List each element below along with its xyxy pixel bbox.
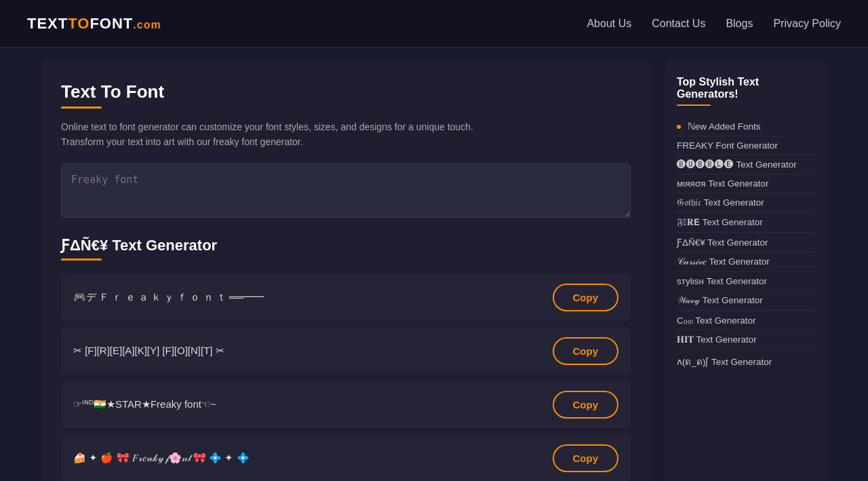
result-text-3: ☞ᴵᴺᴰ🇮🇳★STAR★Freaky font☜~ xyxy=(73,398,542,410)
text-input[interactable] xyxy=(61,163,631,218)
sidebar-label-10: C₀₀ₗ Text Generator xyxy=(677,315,756,326)
result-row-2: ✂ [F][R][E][A][K][Y] [F][O][N][T] ✂ Copy xyxy=(61,328,631,374)
logo-font: FONT xyxy=(90,15,133,32)
logo-to: TO xyxy=(68,15,90,32)
navbar: TEXTTOFONT.com About Us Contact Us Blogs… xyxy=(0,0,868,47)
nav-links: About Us Contact Us Blogs Privacy Policy xyxy=(587,18,841,30)
page-title: Text To Font xyxy=(61,81,631,102)
copy-button-1[interactable]: Copy xyxy=(553,284,619,311)
nav-item-contact[interactable]: Contact Us xyxy=(652,18,705,30)
result-text-2: ✂ [F][R][E][A][K][Y] [F][O][N][T] ✂ xyxy=(73,345,542,357)
sidebar-item-gothic-text[interactable]: 𝔊𝔬𝔱𝔥𝔦𝔠 Text Generator xyxy=(677,193,815,213)
sidebar-label-12: ʌ(ด_ด)ʃ Text Generator xyxy=(677,357,772,367)
logo-text: TEXT xyxy=(27,15,68,32)
copy-button-4[interactable]: Copy xyxy=(553,444,619,472)
sidebar-label-4: 𝔊𝔬𝔱𝔥𝔦𝔠 Text Generator xyxy=(677,197,764,208)
sidebar-label-9: 𝒲𝒶𝓋𝓎 Text Generator xyxy=(677,295,763,305)
dot-icon-1 xyxy=(677,125,681,129)
site-logo: TEXTTOFONT.com xyxy=(27,15,161,33)
sidebar-label-5: 𝔉𝕀𝐑𝗘 Text Generator xyxy=(677,217,763,227)
sidebar-label-7: 𝒞𝓊𝓇𝓈𝒾𝓋𝑒 Text Generator xyxy=(677,256,770,267)
result-row-4: 🍰 ✦ 🍎 🎀 𝐹𝓇𝑒𝒶𝓀𝓎 𝒻🌸𝓃𝓉 🎀 💠 ✦ 💠 Copy xyxy=(61,435,631,481)
sidebar-label-8: ѕтуlιѕн Text Generator xyxy=(677,276,767,286)
title-underline xyxy=(61,107,102,109)
section-title: ƑΔÑ€¥ Text Generator xyxy=(61,237,631,254)
sidebar-item-new-added-fonts[interactable]: ℕew Added Fonts xyxy=(677,117,815,136)
nav-item-blogs[interactable]: Blogs xyxy=(726,18,753,30)
sidebar-item-wavy-text[interactable]: 𝒲𝒶𝓋𝓎 Text Generator xyxy=(677,291,815,311)
result-row-1: 🎮デ Ｆ ｒ ｅ ａ ｋ ｙ ｆ ｏ ｎ ｔ ══━━ Copy xyxy=(61,274,631,321)
sidebar-item-cool-text[interactable]: C₀₀ₗ Text Generator xyxy=(677,311,815,330)
sidebar-label-3: мιяяσя Text Generator xyxy=(677,178,769,189)
sidebar-label-1: FREAKY Font Generator xyxy=(677,140,778,151)
sidebar-item-mirror-text[interactable]: мιяяσя Text Generator xyxy=(677,174,815,193)
sidebar-label-6: ƑΔÑ€¥ Text Generator xyxy=(677,237,768,248)
copy-button-3[interactable]: Copy xyxy=(553,391,619,419)
nav-link-contact[interactable]: Contact Us xyxy=(652,18,705,29)
sidebar-label-0: ℕew Added Fonts xyxy=(688,121,761,132)
sidebar-item-fire-text[interactable]: 𝔉𝕀𝐑𝗘 Text Generator xyxy=(677,213,815,233)
main-wrapper: Text To Font Online text to font generat… xyxy=(0,47,868,481)
nav-item-about[interactable]: About Us xyxy=(587,18,631,30)
sidebar-label-11: 𝐇𝐈𝐓 Text Generator xyxy=(677,334,757,345)
copy-button-2[interactable]: Copy xyxy=(553,337,619,365)
logo-com: .com xyxy=(133,19,161,31)
section-underline xyxy=(61,258,102,261)
description-line2: Transform your text into art with our fr… xyxy=(61,136,303,147)
content-area: Text To Font Online text to font generat… xyxy=(41,61,651,481)
sidebar-item-stylish-text[interactable]: ѕтуlιѕн Text Generator xyxy=(677,272,815,291)
sidebar-title: Top Stylish Text Generators! xyxy=(677,76,815,100)
result-row-3: ☞ᴵᴺᴰ🇮🇳★STAR★Freaky font☜~ Copy xyxy=(61,381,631,428)
page-description: Online text to font generator can custom… xyxy=(61,119,631,150)
description-line1: Online text to font generator can custom… xyxy=(61,121,473,132)
sidebar-item-cursive-text[interactable]: 𝒞𝓊𝓇𝓈𝒾𝓋𝑒 Text Generator xyxy=(677,252,815,272)
result-text-1: 🎮デ Ｆ ｒ ｅ ａ ｋ ｙ ｆ ｏ ｎ ｔ ══━━ xyxy=(73,291,542,304)
sidebar-item-fancy-text[interactable]: ƑΔÑ€¥ Text Generator xyxy=(677,233,815,252)
sidebar-item-bubble-text[interactable]: 🅑🅤🅑🅑🅛🅔 Text Generator xyxy=(677,155,815,174)
sidebar-item-freaky-font[interactable]: FREAKY Font Generator xyxy=(677,136,815,155)
sidebar-item-special-text[interactable]: ʌ(ด_ด)ʃ Text Generator xyxy=(677,350,815,373)
sidebar-label-2: 🅑🅤🅑🅑🅛🅔 Text Generator xyxy=(677,159,797,170)
nav-item-privacy[interactable]: Privacy Policy xyxy=(773,18,841,30)
sidebar-underline xyxy=(677,104,711,106)
result-text-4: 🍰 ✦ 🍎 🎀 𝐹𝓇𝑒𝒶𝓀𝓎 𝒻🌸𝓃𝓉 🎀 💠 ✦ 💠 xyxy=(73,452,542,464)
sidebar-item-hit-text[interactable]: 𝐇𝐈𝐓 Text Generator xyxy=(677,330,815,350)
nav-link-privacy[interactable]: Privacy Policy xyxy=(773,18,841,29)
nav-link-about[interactable]: About Us xyxy=(587,18,631,29)
nav-link-blogs[interactable]: Blogs xyxy=(726,18,753,29)
sidebar: Top Stylish Text Generators! ℕew Added F… xyxy=(665,61,827,481)
